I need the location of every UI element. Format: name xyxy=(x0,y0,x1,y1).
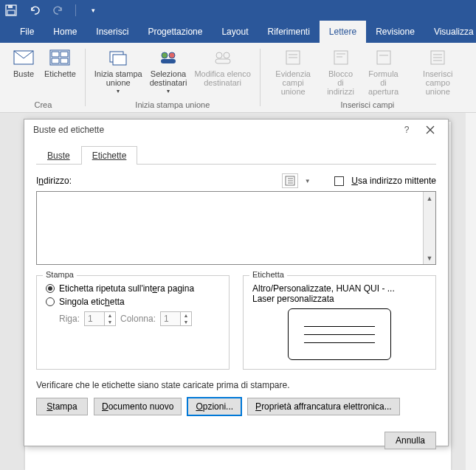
tab-lettere[interactable]: Lettere xyxy=(320,21,366,43)
group-label-crea: Crea xyxy=(7,100,79,111)
tab-etichette-dialog[interactable]: Etichette xyxy=(81,146,138,165)
redo-icon[interactable] xyxy=(52,4,65,17)
ribbon: Buste Etichette Crea Inizia stampa union… xyxy=(0,43,476,113)
riga-spinner: ▲▼ xyxy=(84,311,116,326)
tab-riferimenti[interactable]: Riferimenti xyxy=(258,21,319,43)
svg-rect-13 xyxy=(161,59,176,63)
address-book-dropdown[interactable]: ▼ xyxy=(303,173,312,188)
address-book-button[interactable] xyxy=(282,173,298,188)
tab-buste-dialog[interactable]: Buste xyxy=(36,146,81,165)
chevron-down-icon: ▾ xyxy=(117,88,120,94)
help-button[interactable]: ? xyxy=(395,120,418,140)
svg-rect-4 xyxy=(50,50,69,65)
buste-button[interactable]: Buste xyxy=(7,46,40,80)
indirizzo-textarea[interactable]: ▲ ▼ xyxy=(36,191,436,265)
ribbon-group-inserisci-campi: Evidenzia campi unione Blocco di indiriz… xyxy=(262,43,473,112)
radio-intera-pagina-label: Etichetta ripetuta sull'intera pagina xyxy=(59,283,194,294)
spin-down-icon: ▼ xyxy=(105,319,115,325)
documento-nuovo-button[interactable]: Documento nuovo xyxy=(94,398,182,415)
usa-mittente-checkbox[interactable] xyxy=(334,176,344,186)
dialog-titlebar: Buste ed etichette ? xyxy=(24,120,448,140)
scroll-down-icon[interactable]: ▼ xyxy=(424,252,435,264)
spin-up-icon: ▲ xyxy=(105,312,115,319)
ribbon-tabs: File Home Inserisci Progettazione Layout… xyxy=(0,21,476,43)
riga-label: Riga: xyxy=(59,314,80,324)
close-button[interactable] xyxy=(418,120,442,140)
svg-rect-2 xyxy=(7,10,15,15)
greeting-line-icon xyxy=(372,47,396,68)
ribbon-group-crea: Buste Etichette Crea xyxy=(3,43,83,112)
close-icon xyxy=(426,125,435,134)
svg-point-12 xyxy=(169,52,175,58)
annulla-button[interactable]: Annulla xyxy=(384,432,436,449)
tab-inserisci[interactable]: Inserisci xyxy=(86,21,138,43)
group-label-inizia: Inizia stampa unione xyxy=(92,100,254,111)
svg-rect-23 xyxy=(377,51,390,64)
tab-visualizza[interactable]: Visualizza xyxy=(424,21,476,43)
label-preview-icon xyxy=(288,308,391,360)
colonna-label: Colonna: xyxy=(120,314,156,324)
dialog-buste-etichette: Buste ed etichette ? Buste Etichette Ind… xyxy=(24,119,449,446)
highlight-fields-icon xyxy=(281,47,305,68)
people-icon xyxy=(156,47,180,68)
edit-list-icon xyxy=(211,47,235,68)
opzioni-button[interactable]: Opzioni... xyxy=(187,398,241,415)
tab-revisione[interactable]: Revisione xyxy=(366,21,424,43)
radio-singola-etichetta[interactable] xyxy=(46,297,55,306)
svg-point-15 xyxy=(224,52,230,58)
proprieta-affrancatura-button[interactable]: Proprietà affrancatura elettronica... xyxy=(247,398,400,415)
group-label-inserisci-campi: Inserisci campi xyxy=(266,100,469,111)
modifica-elenco-button: Modifica elenco destinatari xyxy=(191,46,253,89)
fieldset-stampa: Stampa Etichetta ripetuta sull'intera pa… xyxy=(36,275,230,370)
inserisci-campo-unione-button: Inserisci campo unione xyxy=(407,46,469,97)
colonna-spinner: ▲▼ xyxy=(160,311,192,326)
svg-rect-20 xyxy=(334,51,348,64)
dialog-title: Buste ed etichette xyxy=(33,125,395,135)
tab-home[interactable]: Home xyxy=(44,21,86,43)
mailmerge-start-icon xyxy=(106,47,130,68)
etichetta-legend: Etichetta xyxy=(249,270,287,279)
radio-intera-pagina[interactable] xyxy=(46,284,55,293)
save-icon[interactable] xyxy=(4,4,18,17)
fieldset-etichetta[interactable]: Etichetta Altro/Personalizzate, HUAN QUI… xyxy=(243,275,436,370)
svg-point-14 xyxy=(216,52,222,58)
labels-icon xyxy=(48,47,72,68)
blocco-indirizzi-button: Blocco di indirizzi xyxy=(321,46,359,97)
spin-up-icon: ▲ xyxy=(181,312,191,319)
riga-input xyxy=(85,312,104,325)
formula-apertura-button: Formula di apertura xyxy=(362,46,406,97)
customize-qat-icon[interactable]: ▾ xyxy=(86,4,100,17)
dialog-tabs: Buste Etichette xyxy=(36,146,436,165)
colonna-input xyxy=(161,312,180,325)
scroll-up-icon[interactable]: ▲ xyxy=(424,192,435,204)
stampa-legend: Stampa xyxy=(43,270,77,279)
svg-point-11 xyxy=(162,52,168,58)
address-book-icon xyxy=(285,176,295,186)
quick-access-toolbar: ▾ xyxy=(0,0,476,21)
verify-note: Verificare che le etichette siano state … xyxy=(36,380,436,390)
spin-down-icon: ▼ xyxy=(181,319,191,325)
svg-rect-10 xyxy=(113,55,126,65)
tab-layout[interactable]: Layout xyxy=(212,21,258,43)
undo-icon[interactable] xyxy=(28,4,41,17)
etichetta-line1: Altro/Personalizzate, HUAN QUI - ... xyxy=(252,283,427,294)
stampa-button[interactable]: Stampa xyxy=(36,398,88,415)
textarea-scrollbar[interactable]: ▲ ▼ xyxy=(423,192,435,264)
tab-file[interactable]: File xyxy=(10,21,44,43)
svg-rect-1 xyxy=(8,5,13,8)
envelope-icon xyxy=(12,47,35,68)
inizia-stampa-unione-button[interactable]: Inizia stampa unione ▾ xyxy=(92,46,145,96)
indirizzo-label: Indirizzo: xyxy=(36,176,277,186)
ribbon-group-inizia: Inizia stampa unione ▾ Seleziona destina… xyxy=(87,43,258,112)
evidenzia-campi-button: Evidenzia campi unione xyxy=(266,46,320,97)
address-block-icon xyxy=(329,47,353,68)
merge-field-icon xyxy=(426,47,449,68)
etichetta-line2: Laser personalizzata xyxy=(252,294,427,304)
seleziona-destinatari-button[interactable]: Seleziona destinatari ▾ xyxy=(147,46,190,96)
usa-mittente-label: Usa indirizzo mittente xyxy=(351,176,436,186)
tab-progettazione[interactable]: Progettazione xyxy=(138,21,212,43)
svg-rect-16 xyxy=(215,59,230,63)
chevron-down-icon: ▾ xyxy=(167,88,170,94)
etichette-button[interactable]: Etichette xyxy=(41,46,79,80)
radio-singola-etichetta-label: Singola etichetta xyxy=(59,297,125,307)
